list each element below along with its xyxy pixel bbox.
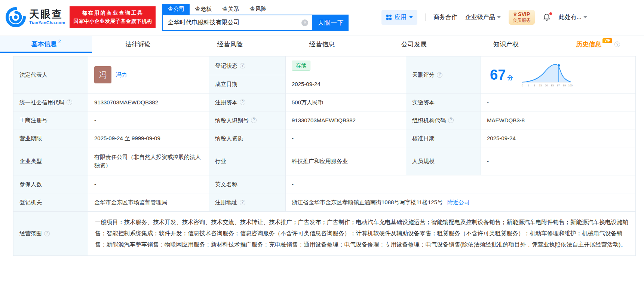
reg-authority-value: 金华市金东区市场监督管理局 [94, 198, 167, 206]
basic-info-table: 法定代表人 冯 冯力 登记状态 ? 存续 天眼评分 ? 67 分 0 1 3 1… [13, 56, 636, 256]
account-menu[interactable]: 此处有... [559, 13, 587, 21]
org-code-value: MAEWDQB3-8 [487, 116, 525, 125]
field-value-reg-authority: 金华市金东区市场监督管理局 [88, 193, 209, 212]
tab-basic-info[interactable]: 基本信息 2 [0, 36, 92, 53]
svip-label: SVIP [518, 11, 530, 18]
help-icon[interactable]: ? [448, 117, 454, 123]
tab-history-info[interactable]: 历史信息 VIP ? [552, 36, 644, 53]
top-nav: 应用 商务合作 企业级产品 ♛ SVIP 会员服务 此处有... [381, 10, 644, 25]
field-value-reg-address: 浙江省金华市金东区孝顺镇正涵南街1088号写字楼11楼125号 附近公司 [286, 193, 636, 212]
legal-rep-avatar[interactable]: 冯 [94, 66, 111, 83]
field-label-insured-count: 参保人数 [13, 175, 88, 193]
notifications-button[interactable] [543, 13, 551, 21]
tab-company-development[interactable]: 公司发展 [368, 36, 460, 53]
biz-coop-link[interactable]: 商务合作 [433, 13, 457, 21]
tianyancha-logo[interactable]: 天眼查 TianYanCha.com [5, 7, 65, 28]
crown-icon: ♛ [513, 12, 517, 17]
tab-history-label: 历史信息 [576, 40, 601, 49]
help-icon[interactable]: ? [240, 99, 245, 105]
field-value-est-date: 2025-09-24 [286, 75, 406, 94]
svg-text:3: 3 [534, 84, 536, 87]
company-type-value: 有限责任公司（非自然人投资或控股的法人独资） [94, 153, 203, 169]
tab-lawsuits[interactable]: 法律诉讼 [92, 36, 184, 53]
enterprise-product-link[interactable]: 企业级产品 [465, 13, 501, 21]
field-value-org-code: MAEWDQB3-8 [481, 111, 636, 129]
svg-text:15: 15 [539, 84, 542, 87]
help-icon[interactable]: ? [44, 231, 50, 236]
enterprise-product-label: 企业级产品 [465, 13, 495, 21]
slogan-line1: 都在用的商业查询工具 [73, 9, 152, 17]
field-value-company-type: 有限责任公司（非自然人投资或控股的法人独资） [88, 147, 209, 175]
field-value-tax-id: 91330703MAEWDQB382 [286, 111, 406, 129]
score-number: 67 [490, 67, 506, 83]
search-tabs: 查公司 查老板 查关系 查风险 [162, 4, 349, 15]
help-icon[interactable]: ? [251, 117, 257, 123]
search-input-wrap: ✕ [162, 15, 313, 31]
field-value-reg-capital: 500万人民币 [286, 94, 406, 111]
score-label: 天眼评分 [412, 71, 435, 79]
chevron-down-icon [409, 16, 413, 18]
tab-operating-risk[interactable]: 经营风险 [184, 36, 276, 53]
score-marker-dot [557, 64, 560, 67]
search-input[interactable] [163, 15, 312, 30]
biz-term-value: 2025-09-24 至 9999-09-09 [94, 134, 160, 142]
notification-dot [549, 12, 552, 15]
field-label-company-type: 企业类型 [13, 147, 88, 175]
business-scope-value: 一般项目：技术服务、技术开发、技术咨询、技术交流、技术转让、技术推广；广告发布；… [95, 219, 628, 248]
field-value-biz-term: 2025-09-24 至 9999-09-09 [88, 129, 209, 147]
search-tab-boss[interactable]: 查老板 [190, 4, 217, 15]
field-label-english-name: 英文名称 [209, 175, 286, 193]
tax-qualification-label: 纳税人资质 [215, 134, 243, 142]
field-value-reg-status: 存续 [286, 56, 406, 75]
field-value-staff-size: - [481, 147, 636, 175]
english-name-value: - [292, 180, 294, 189]
legal-rep-name-link[interactable]: 冯力 [116, 71, 127, 79]
help-icon[interactable]: ? [437, 72, 442, 78]
search-tab-company[interactable]: 查公司 [162, 4, 190, 15]
apps-grid-icon [386, 14, 392, 20]
industry-value: 科技推广和应用服务业 [292, 157, 348, 165]
help-icon[interactable]: ? [240, 63, 245, 68]
tax-qualification-value: - [292, 134, 294, 142]
field-label-reg-address: 注册地址 ? [209, 193, 286, 212]
nearby-companies-link[interactable]: 附近公司 [447, 198, 470, 206]
svg-text:85: 85 [551, 84, 554, 87]
search-button[interactable]: 天眼一下 [313, 15, 349, 31]
svip-member-button[interactable]: ♛ SVIP 会员服务 [509, 10, 535, 25]
status-badge: 存续 [292, 61, 310, 70]
search-tab-relation[interactable]: 查关系 [217, 4, 244, 15]
logo-text: 天眼查 TianYanCha.com [29, 9, 65, 25]
tab-intellectual-property[interactable]: 知识产权 [460, 36, 552, 53]
credit-code-value: 91330703MAEWDQB382 [94, 98, 158, 107]
field-value-industry: 科技推广和应用服务业 [286, 147, 406, 175]
svip-sublabel: 会员服务 [513, 18, 531, 23]
search-area: 查公司 查老板 查关系 查风险 ✕ 天眼一下 [162, 4, 349, 31]
svg-text:99: 99 [563, 84, 566, 87]
tab-business-info[interactable]: 经营信息 [276, 36, 368, 53]
field-value-reg-number: - [88, 111, 209, 129]
brand-name: 天眼查 [29, 9, 65, 20]
help-icon[interactable]: ? [67, 99, 72, 105]
search-tab-risk[interactable]: 查风险 [244, 4, 272, 15]
reg-number-label: 工商注册号 [19, 116, 47, 125]
account-name: 此处有... [559, 13, 582, 21]
svg-text:0: 0 [522, 84, 524, 87]
tab-basic-count: 2 [58, 39, 61, 44]
field-label-reg-authority: 登记机关 [13, 193, 88, 212]
field-label-biz-term: 营业期限 [13, 129, 88, 147]
field-label-reg-number: 工商注册号 [13, 111, 88, 129]
reg-status-label: 登记状态 [215, 62, 237, 70]
brand-domain: TianYanCha.com [29, 20, 65, 25]
help-icon[interactable]: ? [240, 200, 245, 205]
reg-capital-value: 500万人民币 [292, 98, 323, 107]
clear-search-icon[interactable]: ✕ [301, 19, 308, 26]
slogan-line2: 国家中小企业发展子基金旗下机构 [73, 17, 152, 25]
svg-text:1: 1 [528, 84, 530, 87]
field-value-credit-code: 91330703MAEWDQB382 [88, 94, 209, 111]
help-icon[interactable]: ? [614, 42, 620, 47]
approval-date-label: 核准日期 [412, 134, 435, 142]
paid-capital-label: 实缴资本 [412, 98, 435, 107]
tab-basic-label: 基本信息 [31, 40, 57, 48]
reg-authority-label: 登记机关 [19, 198, 42, 206]
app-menu-button[interactable]: 应用 [381, 10, 417, 25]
